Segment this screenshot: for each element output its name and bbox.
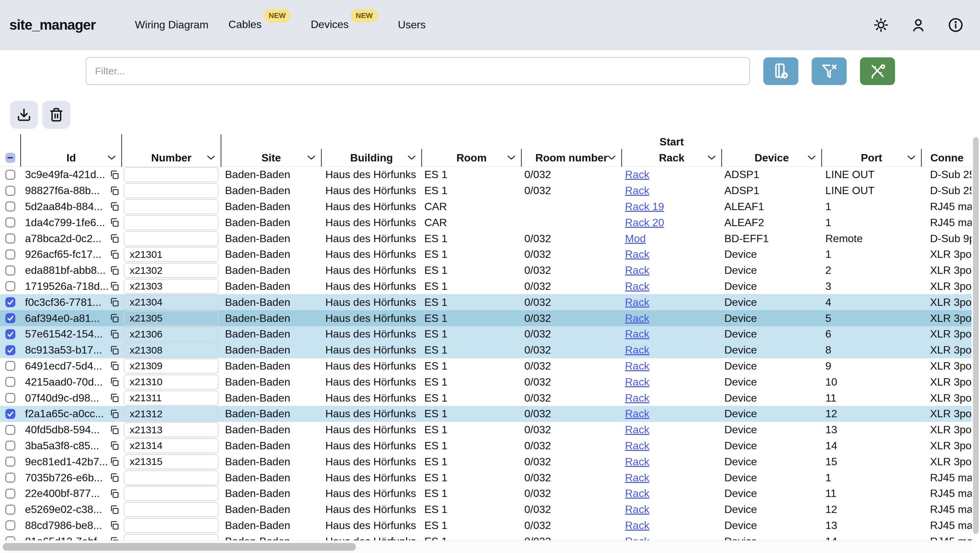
copy-icon[interactable]	[109, 201, 119, 212]
column-header-id[interactable]: Id	[21, 149, 122, 167]
info-icon[interactable]	[948, 18, 963, 33]
row-checkbox[interactable]	[5, 297, 15, 307]
number-input[interactable]	[124, 311, 219, 326]
column-header-rack[interactable]: Rack	[622, 149, 722, 167]
copy-icon[interactable]	[109, 393, 119, 403]
number-input[interactable]	[124, 438, 219, 453]
row-checkbox[interactable]	[5, 233, 15, 244]
number-input[interactable]	[124, 295, 219, 310]
copy-icon[interactable]	[109, 297, 119, 307]
number-input[interactable]	[124, 327, 219, 341]
copy-icon[interactable]	[109, 457, 119, 467]
column-settings-button[interactable]	[763, 57, 798, 85]
copy-icon[interactable]	[109, 377, 119, 387]
rack-link[interactable]: Rack	[622, 264, 649, 276]
column-header-port[interactable]: Port	[822, 149, 921, 167]
copy-icon[interactable]	[109, 473, 119, 483]
row-checkbox[interactable]	[5, 281, 15, 291]
rack-link[interactable]: Rack	[622, 392, 649, 404]
number-input[interactable]	[124, 470, 219, 485]
copy-icon[interactable]	[109, 505, 119, 515]
copy-icon[interactable]	[109, 361, 119, 371]
copy-icon[interactable]	[109, 441, 119, 451]
copy-icon[interactable]	[109, 345, 119, 355]
number-input[interactable]	[124, 279, 219, 294]
nav-item-wiring-diagram[interactable]: Wiring Diagram	[135, 19, 208, 31]
row-checkbox[interactable]	[5, 441, 15, 451]
row-checkbox[interactable]	[5, 505, 15, 515]
number-input[interactable]	[124, 183, 219, 198]
chevron-down-icon[interactable]	[507, 155, 515, 161]
copy-icon[interactable]	[109, 170, 119, 180]
chevron-down-icon[interactable]	[307, 155, 316, 161]
chevron-down-icon[interactable]	[707, 155, 716, 161]
number-input[interactable]	[124, 422, 219, 437]
rack-link[interactable]: Rack	[622, 472, 649, 484]
column-header-site[interactable]: Site	[221, 149, 321, 167]
number-input[interactable]	[124, 359, 219, 374]
column-header-building[interactable]: Building	[321, 149, 422, 167]
number-input[interactable]	[124, 375, 219, 390]
horizontal-scrollbar-thumb[interactable]	[3, 543, 356, 551]
row-checkbox[interactable]	[5, 473, 15, 483]
rack-link[interactable]: Rack	[622, 344, 649, 356]
number-input[interactable]	[124, 231, 219, 246]
rack-link[interactable]: Rack	[622, 519, 649, 531]
rack-link[interactable]: Rack	[622, 408, 649, 419]
copy-icon[interactable]	[109, 425, 119, 435]
download-button[interactable]	[10, 101, 38, 129]
rack-link[interactable]: Rack	[622, 440, 649, 452]
number-input[interactable]	[124, 518, 219, 533]
row-checkbox[interactable]	[5, 313, 15, 323]
rack-link[interactable]: Rack	[622, 169, 649, 180]
copy-icon[interactable]	[109, 313, 119, 323]
row-checkbox[interactable]	[5, 201, 15, 212]
row-checkbox[interactable]	[5, 217, 15, 228]
row-checkbox[interactable]	[5, 266, 15, 276]
user-icon[interactable]	[911, 18, 926, 33]
row-checkbox[interactable]	[5, 186, 15, 196]
row-checkbox[interactable]	[5, 345, 15, 355]
row-checkbox[interactable]	[5, 425, 15, 435]
copy-icon[interactable]	[109, 217, 119, 228]
copy-icon[interactable]	[109, 409, 119, 419]
select-all-checkbox[interactable]	[5, 153, 15, 163]
copy-icon[interactable]	[109, 520, 119, 530]
rack-link[interactable]: Rack	[622, 487, 649, 499]
rack-link[interactable]: Rack	[622, 360, 649, 372]
rack-link[interactable]: Rack	[622, 456, 649, 468]
rack-link[interactable]: Rack	[622, 312, 649, 324]
vertical-scrollbar-thumb[interactable]	[973, 137, 978, 534]
nav-item-devices[interactable]: DevicesNEW	[311, 18, 378, 32]
column-header-room[interactable]: Room	[422, 149, 521, 167]
number-input[interactable]	[124, 486, 219, 501]
rack-link[interactable]: Rack 20	[622, 217, 664, 228]
row-checkbox[interactable]	[5, 520, 15, 530]
row-checkbox[interactable]	[5, 250, 15, 260]
row-checkbox[interactable]	[5, 457, 15, 467]
nav-item-cables[interactable]: CablesNEW	[228, 18, 291, 32]
copy-icon[interactable]	[109, 266, 119, 276]
copy-icon[interactable]	[109, 489, 119, 499]
rack-link[interactable]: Rack 19	[622, 201, 664, 212]
rack-link[interactable]: Rack	[622, 248, 649, 260]
number-input[interactable]	[124, 343, 219, 357]
sun-icon[interactable]	[873, 18, 889, 33]
copy-icon[interactable]	[109, 233, 119, 244]
copy-icon[interactable]	[109, 281, 119, 291]
chevron-down-icon[interactable]	[207, 155, 215, 161]
chevron-down-icon[interactable]	[407, 155, 416, 161]
nav-item-users[interactable]: Users	[398, 19, 426, 31]
copy-icon[interactable]	[109, 186, 119, 196]
copy-icon[interactable]	[109, 329, 119, 339]
row-checkbox[interactable]	[5, 393, 15, 403]
clear-filters-button[interactable]	[812, 57, 847, 85]
column-header-number[interactable]: Number	[122, 149, 221, 167]
number-input[interactable]	[124, 247, 219, 262]
rack-link[interactable]: Rack	[622, 503, 649, 515]
delete-button[interactable]	[42, 101, 70, 129]
row-checkbox[interactable]	[5, 329, 15, 339]
rack-link[interactable]: Mod	[622, 233, 646, 244]
rack-link[interactable]: Rack	[622, 296, 649, 308]
rack-link[interactable]: Rack	[622, 376, 649, 388]
